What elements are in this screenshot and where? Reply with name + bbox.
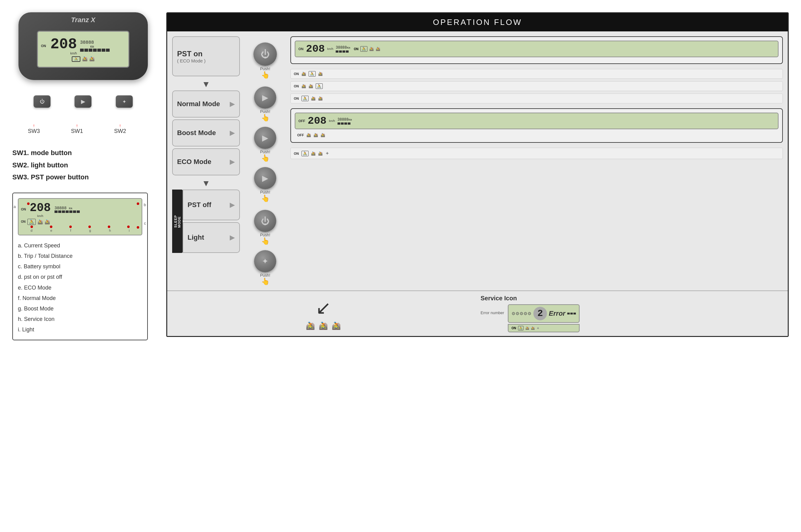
finger-2: 👆 — [261, 114, 270, 122]
result-off-bikes: OFF 🚵 🚵 🚵 — [295, 132, 779, 138]
play-button-normal[interactable]: ▶ — [254, 87, 276, 109]
push-label-6: Push! — [260, 273, 270, 278]
mode-pst-on: PST on ( ECO Mode ) — [172, 36, 240, 76]
dot-b — [137, 203, 139, 205]
error-screen: ⚙⚙⚙⚙⚙ 2 Error — [508, 304, 580, 323]
distance-display: 38888 Km — [80, 40, 94, 49]
bottom-bike-2: 🚵 — [319, 322, 328, 330]
bottom-bikes-row: 🚵 🚵 🚵 — [306, 322, 341, 330]
sw1-description: SW1. mode button — [12, 147, 154, 159]
finger-1: 👆 — [261, 71, 270, 79]
operation-flow-panel: OPERATION FLOW PST on ( ECO Mode ) ▼ Nor… — [166, 12, 789, 337]
btn-group-pston: ⏻ Push! 👆 — [253, 42, 277, 79]
sw1-button[interactable]: ▶ — [74, 95, 91, 108]
legend-item-c: c. Battery symbol — [18, 261, 142, 272]
mode-eco: ECO Mode ▶ — [172, 148, 240, 175]
buttons-column: ⏻ Push! 👆 ▶ Push! 👆 ▶ Push! 👆 — [243, 36, 287, 286]
sw2-label: ↑ SW2 — [114, 123, 126, 134]
legend-bottom: ON 🚴 🚵 🚵 — [21, 219, 139, 225]
legend-item-d: d. pst on or pst off — [18, 272, 142, 282]
push-label-1: Push! — [260, 66, 270, 71]
battery-bar — [80, 49, 110, 52]
eco-mode-icon: 🚴 — [72, 56, 80, 62]
sw3-arrow: ↑ — [33, 123, 35, 128]
eco-label: ECO Mode — [177, 158, 211, 166]
legend-screen-top: ON 208 km/h 38888 Km — [21, 201, 139, 217]
light-button[interactable]: ✦ — [254, 250, 276, 272]
power-button-off[interactable]: ⏻ — [254, 210, 276, 232]
sw2-button[interactable]: ✦ — [116, 95, 133, 108]
play-button-eco[interactable]: ▶ — [254, 167, 276, 189]
legend-speed: 208 — [30, 201, 51, 214]
speed-unit: km/h — [70, 52, 77, 55]
sw1-arrow: ↑ — [76, 123, 78, 128]
dot-i — [127, 226, 130, 228]
dot-h — [108, 226, 110, 228]
bottom-bike-1: 🚵 — [306, 322, 315, 330]
page-wrapper: Tranz X ON 208 km/h 38888 Km — [12, 12, 789, 340]
play-button-boost[interactable]: ▶ — [254, 127, 276, 149]
error-number: 2 — [533, 307, 547, 320]
modes-column: PST on ( ECO Mode ) ▼ Normal Mode ▶ Boos… — [172, 36, 240, 286]
error-text: Error — [549, 309, 565, 318]
mode-rows: ON 🚵 🚴 🚵 ON 🚵 🚵 🚴 — [290, 69, 783, 103]
sw2-description: SW2. light button — [12, 159, 154, 171]
device-buttons: ⏻ ▶ ✦ — [18, 95, 148, 108]
result-pston: ON 208 km/h 38888Km — [290, 36, 783, 64]
arrow-down-1: ▼ — [172, 79, 240, 89]
on-label-screen: ON — [41, 44, 46, 48]
btn-group-boost: ▶ Push! 👆 — [254, 127, 276, 162]
screen-bottom-row: 🚴 🚵 🚵 — [72, 56, 94, 62]
sw-descriptions: SW1. mode button SW2. light button SW3. … — [12, 147, 154, 184]
power-button-on[interactable]: ⏻ — [253, 42, 277, 66]
normal-label: Normal Mode — [177, 100, 220, 108]
pst-off-label: PST off — [187, 201, 211, 209]
result-normal-row: ON 🚵 🚴 🚵 — [290, 69, 783, 79]
legend-screen: ON 208 km/h 38888 Km — [18, 198, 142, 235]
result-pstoff: OFF 208 km/h 38888Km — [290, 108, 783, 143]
legend-battery — [55, 210, 80, 213]
service-icon-area: Error number ⚙⚙⚙⚙⚙ 2 Error — [481, 304, 783, 332]
mode-icons: 🚴 🚵 🚵 — [72, 56, 94, 62]
legend-items: a. Current Speed b. Trip / Total Distanc… — [18, 240, 142, 335]
bottom-bike-3: 🚵 — [332, 322, 341, 330]
legend-item-h: h. Service Icon — [18, 314, 142, 324]
mode-light: Light ▶ — [183, 222, 240, 253]
legend-box: ON 208 km/h 38888 Km — [12, 193, 148, 341]
legend-item-g: g. Boost Mode — [18, 303, 142, 314]
results-column: ON 208 km/h 38888Km — [290, 36, 783, 286]
screen-top-row: ON 208 km/h 38888 Km — [38, 37, 128, 55]
dot-e — [50, 226, 52, 228]
dot-c — [137, 226, 139, 229]
legend-dist: 38888 Km — [55, 206, 72, 210]
sw3-description: SW3. PST power button — [12, 171, 154, 184]
finger-3: 👆 — [261, 154, 270, 162]
mode-normal: Normal Mode ▶ — [172, 91, 240, 117]
pst-off-light-col: PST off ▶ Light ▶ — [183, 190, 240, 253]
push-label-3: Push! — [260, 150, 270, 154]
normal-mode-icon: 🚵 — [82, 56, 88, 62]
error-bottom-row: ON 🚴 🚵 🚵 ✦ — [508, 324, 580, 332]
sw3-button[interactable]: ⏻ — [34, 95, 51, 108]
result-eco-row: ON 🚴 🚵 🚵 — [290, 94, 783, 103]
btn-group-eco: ▶ Push! 👆 — [254, 167, 276, 203]
light-label: Light — [187, 233, 204, 242]
dot-f — [69, 226, 72, 228]
left-panel: Tranz X ON 208 km/h 38888 Km — [12, 12, 154, 340]
pst-on-sublabel: ( ECO Mode ) — [177, 58, 235, 63]
boost-label: Boost Mode — [177, 129, 216, 137]
pst-off-light-wrapper: SLEEPMODE PST off ▶ Light ▶ — [172, 190, 240, 253]
bottom-left-area: ↙ 🚵 🚵 🚵 — [172, 295, 475, 332]
legend-item-f: f. Normal Mode — [18, 293, 142, 303]
sw1-label: ↑ SW1 — [71, 123, 83, 134]
dot-g — [88, 226, 91, 228]
result-light-row: ON 🚴 🚵 🚵 ✦ — [290, 148, 783, 159]
arrow-down-2: ▼ — [172, 178, 240, 188]
device-illustration: Tranz X ON 208 km/h 38888 Km — [18, 12, 148, 98]
device-body: Tranz X ON 208 km/h 38888 Km — [18, 12, 148, 80]
finger-6: 👆 — [261, 278, 270, 286]
brand-label: Tranz X — [71, 16, 95, 24]
error-screen-wrapper: ⚙⚙⚙⚙⚙ 2 Error ON — [508, 304, 580, 332]
sw2-arrow: ↑ — [119, 123, 121, 128]
pst-on-label: PST on — [177, 50, 235, 58]
